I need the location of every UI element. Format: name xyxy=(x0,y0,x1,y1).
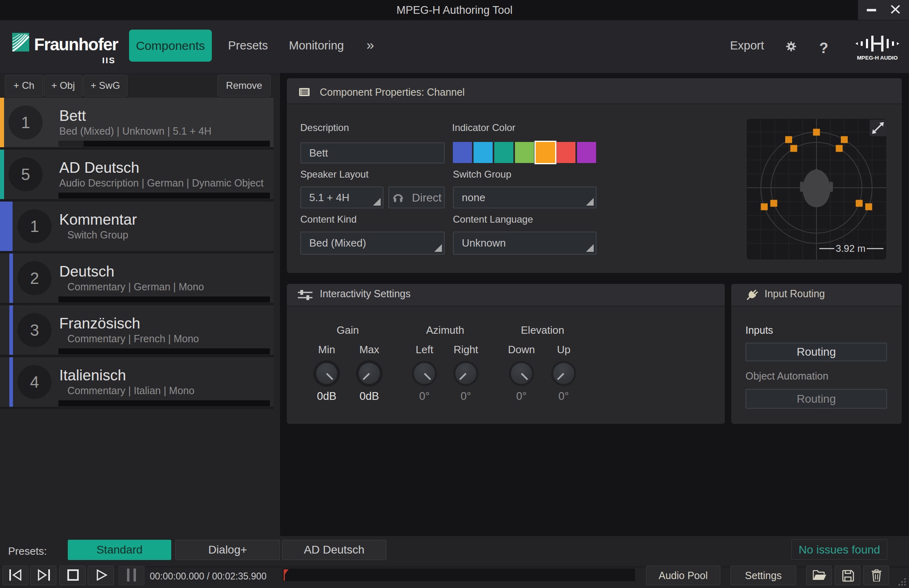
svg-text:MPEG-H AUDIO: MPEG-H AUDIO xyxy=(857,55,898,61)
svg-text:3.92 m: 3.92 m xyxy=(836,243,865,254)
